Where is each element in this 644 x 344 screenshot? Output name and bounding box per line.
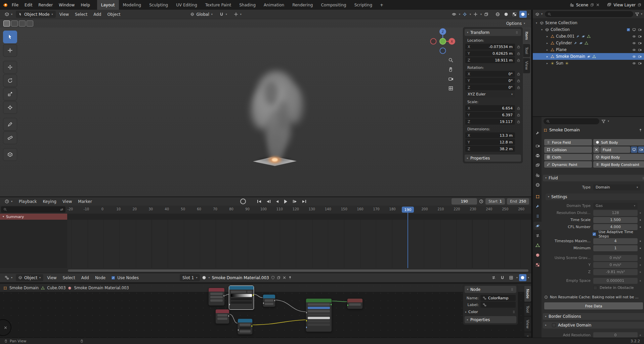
viewport-menu-item[interactable]: Object (104, 11, 123, 18)
lock-icon[interactable] (517, 113, 520, 117)
empty-space-field[interactable]: 0.000001 (593, 278, 638, 284)
tab-material[interactable] (533, 251, 542, 259)
node-output-socket[interactable] (223, 295, 225, 297)
lock-icon[interactable] (517, 58, 520, 62)
play-reverse-button[interactable] (274, 199, 281, 204)
play-button[interactable] (282, 199, 289, 205)
resolution-field[interactable]: 128 (593, 210, 638, 216)
add-resolution-field[interactable]: 0 (593, 332, 638, 338)
fluid-type-dropdown[interactable]: Domain▾ (593, 184, 640, 190)
tab-particles[interactable] (533, 212, 542, 220)
perspective-toggle-icon[interactable] (448, 86, 454, 91)
prev-keyframe-button[interactable] (265, 199, 272, 204)
shader-preview-icon[interactable] (519, 274, 526, 281)
timeline-menu-item[interactable]: View (59, 198, 75, 205)
node-output-socket[interactable] (330, 303, 332, 306)
shading-solid-button[interactable] (503, 11, 510, 18)
tab-view-layer[interactable] (533, 161, 542, 169)
soft-body-button[interactable]: Soft Body (593, 139, 644, 145)
node-properties-panel-header[interactable]: ▸Properties (465, 316, 516, 323)
scene-name[interactable]: Scene (576, 3, 589, 7)
rotation-order-dropdown[interactable]: XYZ Euler▾ (465, 91, 515, 97)
dynamic-paint-button[interactable]: Dynamic Paint (544, 161, 592, 168)
editor-type-button[interactable]: ▾ (2, 11, 15, 18)
node-input-socket[interactable] (306, 326, 307, 329)
fluid-viewport-toggle[interactable] (631, 146, 637, 153)
dimensions-x-field[interactable]: X13.3 m (465, 132, 515, 138)
workspace-tab[interactable]: Shading (235, 0, 260, 10)
summary-channel-row[interactable]: ▾ Summary (0, 214, 531, 220)
dimensions-y-field[interactable]: Y12.8 m (465, 139, 515, 145)
tab-render[interactable] (533, 142, 542, 150)
remove-fluid-button[interactable] (593, 146, 600, 153)
menu-item[interactable]: Window (56, 1, 78, 9)
unlink-material-icon[interactable] (283, 276, 286, 280)
select-mode-extend-button[interactable] (11, 20, 18, 27)
shader-menu-item[interactable]: Add (78, 274, 92, 282)
playhead-line[interactable] (407, 212, 408, 268)
workspace-tab[interactable]: Compositing (317, 0, 350, 10)
show-object-types-button[interactable] (450, 11, 458, 18)
disable-render-icon[interactable] (638, 61, 642, 65)
adaptive-domain-panel-header[interactable]: ▸ Adaptive Domain (543, 322, 644, 329)
node-name-field[interactable]: ColorRamp (480, 295, 516, 301)
lock-icon[interactable] (517, 52, 520, 55)
viewport-menu-item[interactable]: Add (90, 11, 104, 18)
transform-tool[interactable] (3, 101, 17, 114)
node-input-socket[interactable] (347, 304, 349, 306)
jump-to-end-button[interactable] (300, 199, 308, 204)
node-snap-icon[interactable] (499, 274, 506, 281)
fluid-render-toggle[interactable] (638, 146, 644, 153)
outliner-search-field[interactable] (545, 11, 633, 17)
shader-sidebar-tab[interactable]: View (524, 317, 531, 332)
blender-logo-icon[interactable] (3, 2, 8, 8)
workspace-tab[interactable]: UV Editing (172, 0, 201, 10)
gravity-y-field[interactable]: 0 m/s² (593, 262, 638, 268)
workspace-tab[interactable]: Layout (97, 0, 119, 10)
shader-node-4[interactable] (238, 318, 253, 335)
node-input-socket[interactable] (238, 329, 239, 331)
rigid-body-constraint-button[interactable]: Rigid Body Constraint (593, 161, 644, 168)
xray-toggle-button[interactable] (483, 11, 490, 18)
current-frame-field[interactable]: 190 (452, 198, 477, 205)
use-nodes-checkbox[interactable]: ✓ (111, 276, 115, 280)
outliner-row-cylinder[interactable]: ▸ Cylinder (533, 40, 644, 46)
transform-panel-header[interactable]: ▾Transform (465, 29, 521, 36)
delete-obstacle-checkbox[interactable] (593, 286, 597, 290)
timeline-menu-item[interactable]: Playback (16, 198, 40, 205)
use-preview-range-icon[interactable] (479, 199, 483, 204)
unlink-scene-icon[interactable] (596, 3, 600, 7)
fluid-button[interactable]: Fluid (600, 146, 630, 153)
end-frame-field[interactable]: End250 (507, 198, 529, 205)
fake-user-shield-icon[interactable] (271, 276, 275, 280)
domain-type-dropdown[interactable]: Gas▾ (593, 203, 638, 209)
workspace-tab[interactable]: Modeling (119, 0, 145, 10)
select-mode-intersect-button[interactable] (27, 20, 33, 27)
fluid-panel-header[interactable]: ▾Fluid (543, 175, 644, 181)
disable-render-icon[interactable] (638, 28, 642, 32)
workspace-tab[interactable]: Rendering (288, 0, 317, 10)
sidebar-tab[interactable]: Item (523, 29, 530, 43)
rotate-tool[interactable] (3, 74, 17, 87)
shader-node-1[interactable] (208, 288, 225, 306)
material-name[interactable]: Smoke Domain Material.003 (212, 275, 269, 280)
node-panel-header[interactable]: ▾Node (465, 286, 516, 293)
timeline-menu-item[interactable]: Marker (75, 198, 95, 205)
pin-icon[interactable] (288, 276, 292, 280)
use-nodes-toggle[interactable]: ✓ Use Nodes (111, 275, 139, 280)
gizmos-toggle-button[interactable] (461, 11, 469, 18)
lock-icon[interactable] (517, 120, 520, 124)
disable-render-icon[interactable] (638, 41, 642, 45)
scale-z-field[interactable]: Z19.117 (465, 119, 515, 125)
cursor-tool[interactable] (3, 44, 17, 57)
hide-viewport-icon[interactable] (632, 48, 636, 52)
start-frame-field[interactable]: Start1 (485, 198, 505, 205)
dimensions-z-field[interactable]: Z38.2 m (465, 146, 515, 152)
browse-material-icon[interactable] (202, 275, 206, 280)
tab-texture[interactable] (533, 261, 542, 269)
node-output-socket[interactable] (228, 315, 229, 317)
time-scale-field[interactable]: 1.500 (593, 217, 638, 223)
hide-viewport-icon[interactable] (632, 35, 636, 38)
view-layer-name[interactable]: View Layer (613, 3, 636, 7)
slot-dropdown[interactable]: Slot 1▾ (180, 274, 200, 281)
